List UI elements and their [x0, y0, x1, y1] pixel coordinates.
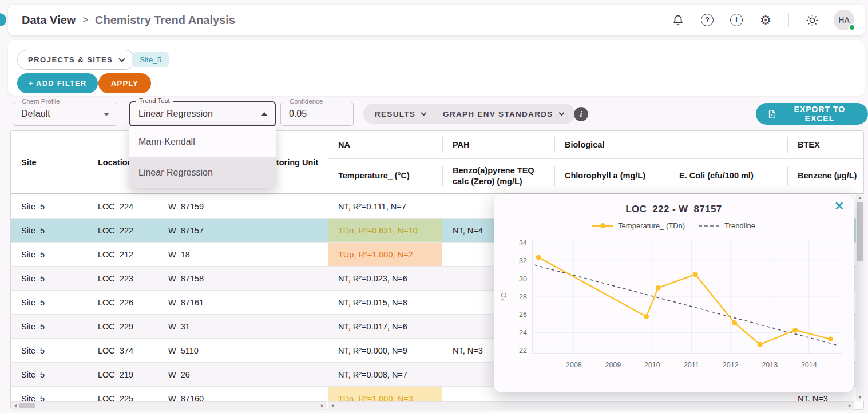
close-icon[interactable]: ✕: [834, 199, 844, 213]
scroll-right-icon[interactable]: ▸: [849, 403, 851, 408]
menu-item-mann-kendall[interactable]: Mann-Kendall: [129, 126, 276, 157]
cell-temperature-trend: NT, R²=0.111, N=7: [328, 194, 442, 218]
trend-test-value: Linear Regression: [130, 102, 275, 125]
notifications-icon[interactable]: [671, 13, 685, 27]
vscrollbar-thumb[interactable]: [857, 202, 863, 261]
header-divider: [442, 166, 443, 186]
scroll-left-icon[interactable]: ◂: [14, 403, 17, 408]
header-divider: [787, 137, 788, 153]
cell-temperature-trend: TDn, R²=0.631, N=10: [328, 219, 442, 242]
frozen-pane-hscrollbar[interactable]: ◂ ▸: [11, 401, 327, 410]
cell-monitoring-unit: W_5110: [168, 339, 199, 362]
site-filter-chip[interactable]: Site_5: [132, 52, 169, 67]
cell-monitoring-unit: W_87161: [168, 291, 204, 314]
legend-temperature[interactable]: Temperature_ (TDn): [592, 221, 685, 230]
legend-trendline[interactable]: Trendline: [699, 221, 755, 230]
cell-site: Site_5: [21, 363, 45, 386]
cell-site: Site_5: [21, 194, 45, 218]
cell-temperature-trend: TDn, R²=1.000, N=3: [328, 387, 442, 401]
graph-env-standards-label: GRAPH ENV STANDARDS: [443, 110, 553, 118]
header-divider: [84, 147, 84, 179]
trend-info-icon[interactable]: i: [574, 107, 588, 121]
cell-site: Site_5: [21, 243, 45, 266]
results-dropdown[interactable]: RESULTS: [375, 110, 426, 118]
avatar-initials: HA: [838, 15, 849, 25]
header-divider: [554, 166, 555, 186]
column-header-chlorophyll[interactable]: Chlorophyll a (mg/L): [565, 158, 665, 193]
svg-text:30: 30: [519, 275, 527, 283]
svg-text:2012: 2012: [723, 361, 739, 369]
apply-button[interactable]: APPLY: [98, 73, 151, 93]
nav-toggle[interactable]: [0, 13, 6, 26]
chevron-down-icon: [104, 113, 109, 116]
column-header-benzoapyrene[interactable]: Benzo(a)pyrene TEQ calc (Zero) (mg/L): [453, 158, 547, 193]
cell-monitoring-unit: W_18: [168, 243, 190, 266]
cell-monitoring-unit: W_87158: [168, 267, 204, 290]
cell-monitoring-unit: W_87157: [168, 219, 204, 242]
cell-temperature-trend: NT, R²=0.015, N=8: [328, 291, 442, 314]
column-header-ecoli[interactable]: E. Coli (cfu/100 ml): [679, 158, 782, 193]
header-divider: [669, 166, 669, 186]
graph-env-standards-dropdown[interactable]: GRAPH ENV STANDARDS: [443, 110, 563, 118]
scroll-left-icon[interactable]: ◂: [331, 403, 334, 408]
data-pane-hscrollbar[interactable]: ◂ ▸: [328, 401, 854, 410]
chart-title: LOC_222 - W_87157: [494, 204, 854, 215]
cell-temperature-trend: NT, R²=0.017, N=6: [328, 315, 442, 338]
cell-monitoring-unit: W_87160: [168, 387, 204, 401]
scroll-right-icon[interactable]: ▸: [321, 403, 324, 408]
svg-text:x: x: [771, 113, 773, 117]
trend-test-label: Trend Test: [136, 97, 173, 104]
group-header-btex: BTEX: [798, 131, 820, 158]
scroll-down-icon[interactable]: ▾: [859, 395, 862, 400]
projects-sites-dropdown[interactable]: PROJECTS & SITES: [17, 50, 135, 70]
help-icon[interactable]: ?: [700, 13, 715, 27]
cell-location-code: LOC_223: [98, 267, 133, 290]
confidence-field[interactable]: Confidence 0.05: [280, 102, 354, 126]
online-status-dot: [849, 24, 855, 31]
cell-monitoring-unit: W_31: [168, 315, 190, 338]
add-filter-button[interactable]: + ADD FILTER: [17, 73, 98, 93]
column-header-temperature[interactable]: Temperature_ (°C): [338, 158, 435, 193]
cell-temperature-trend: NT, R²=0.023, N=6: [328, 267, 442, 290]
chevron-up-icon: [261, 112, 267, 116]
toolbar-divider: [788, 13, 789, 27]
column-header-site[interactable]: Site: [21, 131, 37, 194]
trend-chart: 2224262830323420082009201020112012201320…: [497, 232, 850, 376]
cell-location-code: LOC_219: [98, 363, 133, 386]
svg-text:22: 22: [519, 347, 527, 355]
cell-location-code: LOC_226: [98, 291, 133, 314]
breadcrumb-data-view[interactable]: Data View: [22, 14, 76, 27]
avatar[interactable]: HA: [834, 10, 854, 30]
cell-location-code: LOC_212: [98, 243, 133, 266]
trend-test-select[interactable]: Trend Test Linear Regression: [129, 101, 276, 126]
trend-test-menu: Mann-Kendall Linear Regression: [129, 126, 276, 188]
svg-text:2011: 2011: [684, 361, 699, 369]
hscrollbar-thumb[interactable]: [19, 403, 35, 408]
export-to-excel-button[interactable]: x EXPORT TO EXCEL: [756, 103, 868, 125]
cell-temperature-trend: NT, R²=0.000, N=9: [328, 339, 442, 362]
info-icon[interactable]: i: [729, 13, 744, 27]
confidence-value: 0.05: [281, 102, 353, 125]
cell-temperature-trend: NT, R²=0.008, N=7: [328, 363, 442, 386]
chart-legend: Temperature_ (TDn) Trendline: [494, 221, 854, 230]
legend-temperature-label: Temperature_ (TDn): [618, 221, 685, 230]
group-header-pah: PAH: [453, 131, 470, 158]
chevron-down-icon: [558, 110, 564, 116]
column-header-benzene[interactable]: Benzene (µg/L): [798, 158, 862, 193]
chevron-down-icon: [421, 110, 427, 116]
svg-text:24: 24: [519, 329, 527, 337]
svg-text:2009: 2009: [605, 361, 621, 369]
brightness-icon[interactable]: [804, 13, 819, 27]
header-divider: [442, 137, 443, 153]
cell-site: Site_5: [21, 267, 45, 290]
top-bar: Data View > Chemistry Trend Analysis ? i…: [8, 5, 865, 35]
svg-text:2010: 2010: [644, 361, 660, 369]
settings-icon[interactable]: ⚙: [758, 13, 773, 27]
top-bar-actions: ? i ⚙ HA: [671, 10, 854, 30]
frozen-pane-divider: [327, 131, 327, 409]
menu-item-linear-regression[interactable]: Linear Regression: [129, 157, 276, 188]
scroll-up-icon[interactable]: ▴: [859, 195, 862, 200]
chem-profile-select[interactable]: Chem Profile Default: [13, 102, 117, 126]
chevron-down-icon: [119, 55, 125, 62]
cell-site: Site_5: [21, 315, 45, 338]
